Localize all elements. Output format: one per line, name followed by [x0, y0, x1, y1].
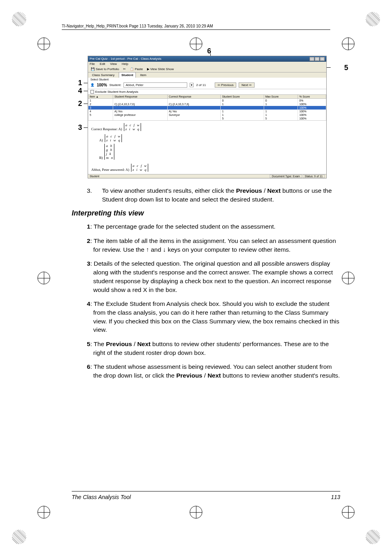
student-answered-label: Abbot, Peter answered: A)	[91, 168, 129, 172]
definition-2: 2: The item table of all the items in th…	[87, 237, 340, 254]
col-max-score: Max Score	[264, 95, 298, 99]
menu-view[interactable]: View	[110, 62, 117, 66]
table-row-selected[interactable]: 3100%	[88, 106, 326, 110]
student-dropdown[interactable]: Abbot, Peter	[123, 82, 187, 88]
tab-item[interactable]: Item	[138, 72, 149, 78]
student-icon: 👤	[90, 83, 94, 87]
definition-6: 6: The student whose assessment is being…	[87, 362, 340, 380]
table-row[interactable]: 4A) YesA) Yes11100%	[88, 110, 326, 113]
callout-1: 1	[78, 79, 82, 87]
window-titlebar: Pre Cal Quiz - 1st period - Pre Cal - Cl…	[88, 56, 326, 62]
menu-edit[interactable]: Edit	[100, 62, 105, 66]
definition-1: 1: The percentage grade for the selected…	[87, 222, 340, 231]
callout-5: 5	[344, 64, 348, 72]
table-row[interactable]: 1000%	[88, 99, 326, 103]
exclude-label: Exclude Student from Analysis	[95, 90, 138, 94]
toolbar: 💾 Save to Portfolio ✂ 📋 Paste ▶ View Sli…	[88, 66, 326, 72]
save-to-portfolio-button[interactable]: 💾 Save to Portfolio	[90, 67, 120, 71]
percentage-grade: 100%	[97, 83, 107, 87]
question-detail-panel: Correct Response: A) acfwziwq A) acfwziw…	[88, 120, 326, 174]
table-row[interactable]: 2C) {2,4,10,3.7,6}C) {2,4,10,3.7,6}11100…	[88, 102, 326, 106]
menu-file[interactable]: File	[90, 62, 95, 66]
page-header: TI-Navigator_Help_Help_PRINT.book Page 1…	[62, 24, 330, 30]
section-heading: Interpreting this view	[72, 209, 340, 217]
maximize-icon[interactable]: □	[315, 57, 319, 61]
col-response: Student Response	[113, 95, 167, 99]
status-bar: Student Document Type: Exam Status: 9 of…	[88, 174, 326, 178]
menu-help[interactable]: Help	[122, 62, 128, 66]
window-title: Pre Cal Quiz - 1st period - Pre Cal - Cl…	[90, 57, 161, 61]
student-counter: 2 of 11	[196, 83, 206, 87]
callout-4: 4	[78, 87, 82, 95]
definition-3: 3: Details of the selected question. The…	[87, 259, 340, 294]
definition-4: 4: The Exclude Student from Analysis che…	[87, 300, 340, 334]
col-percent: % Score	[298, 95, 326, 99]
screenshot-figure: 6 1 4 2 3 5 Pre Cal Quiz - 1st period - …	[88, 56, 340, 178]
callout-2: 2	[78, 100, 82, 108]
table-row[interactable]: 55100%	[88, 117, 326, 120]
tab-class-summary[interactable]: Class Summary	[90, 72, 117, 78]
close-icon[interactable]: ×	[320, 57, 325, 61]
menu-bar: File Edit View Help	[88, 62, 326, 66]
select-student-label: Select Student	[88, 78, 326, 81]
definition-5: 5: The Previous / Next buttons to review…	[87, 340, 340, 357]
view-tabs: Class Summary Student Item	[88, 72, 326, 78]
item-table[interactable]: Item ▲ Student Response Correct Response…	[88, 94, 326, 120]
slideshow-button[interactable]: ▶ View Slide Show	[146, 67, 175, 71]
col-student-score: Student Score	[221, 95, 264, 99]
cut-button[interactable]: ✂	[122, 67, 127, 71]
footer-page-number: 113	[331, 494, 340, 500]
dropdown-chevron-icon[interactable]: ▾	[190, 83, 194, 87]
callout-3: 3	[78, 123, 82, 132]
col-item: Item ▲	[88, 95, 113, 99]
minimize-icon[interactable]: _	[310, 57, 314, 61]
exclude-checkbox[interactable]	[90, 90, 94, 94]
instruction-step-3: 3. To view another student's results, ei…	[87, 186, 340, 204]
previous-button[interactable]: ⇦ Previous	[215, 82, 236, 88]
tab-student[interactable]: Student	[119, 72, 136, 78]
page-footer: The Class Analysis Tool 113	[72, 491, 340, 500]
correct-response-label: Correct Response: A)	[91, 127, 122, 131]
paste-button[interactable]: 📋 Paste	[129, 67, 144, 71]
student-field-label: Student:	[110, 83, 122, 87]
table-row[interactable]: 5college professorSurveyor11100%	[88, 113, 326, 117]
next-button[interactable]: Next ⇨	[239, 82, 255, 88]
col-correct: Correct Response	[167, 95, 221, 99]
footer-title: The Class Analysis Tool	[72, 494, 131, 500]
